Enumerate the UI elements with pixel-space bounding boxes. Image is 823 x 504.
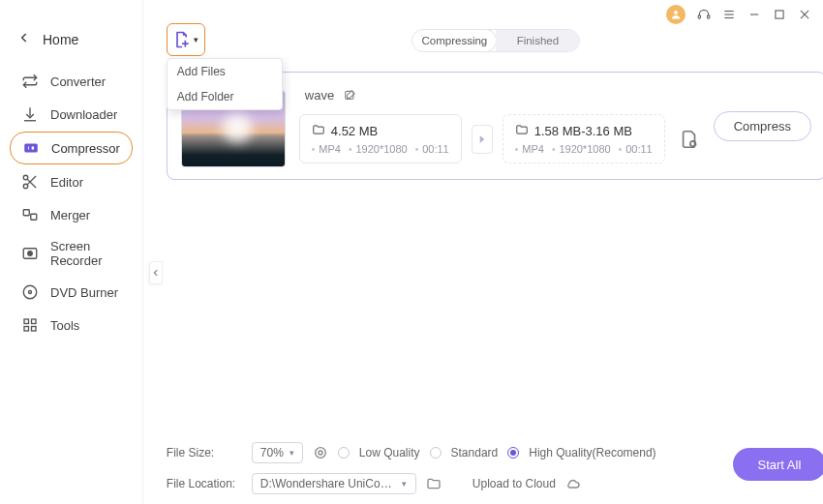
chevron-down-icon: ▾ — [194, 35, 198, 44]
add-file-button[interactable]: ▾ — [167, 23, 205, 56]
status-tabs: Compressing Finished — [412, 29, 580, 52]
sidebar-nav: ConverterDownloaderCompressorEditorMerge… — [0, 66, 142, 341]
sidebar-item-compressor[interactable]: Compressor — [10, 132, 133, 164]
sidebar-item-label: Editor — [50, 175, 83, 190]
svg-rect-23 — [24, 319, 29, 324]
quality-low-label: Low Quality — [359, 446, 420, 460]
quality-standard-label: Standard — [451, 446, 499, 460]
svg-point-22 — [29, 291, 32, 294]
sidebar-item-editor[interactable]: Editor — [10, 166, 133, 197]
output-res: 1920*1080 — [559, 143, 610, 155]
sidebar-item-label: Screen Recorder — [50, 239, 121, 268]
download-icon — [21, 105, 39, 123]
svg-rect-17 — [23, 210, 29, 216]
add-folder-item[interactable]: Add Folder — [168, 84, 282, 109]
sidebar-item-screen-recorder[interactable]: Screen Recorder — [10, 232, 133, 275]
input-size: 4.52 MB — [331, 124, 378, 138]
file-size-label: File Size: — [167, 446, 242, 460]
quality-high-label: High Quality(Recomend) — [529, 446, 655, 460]
target-size-icon[interactable] — [313, 445, 328, 460]
sidebar-item-dvd-burner[interactable]: DVD Burner — [10, 277, 133, 308]
svg-point-30 — [319, 451, 322, 455]
svg-rect-26 — [32, 327, 37, 332]
footer: File Size: 70%▾ Low Quality Standard Hig… — [143, 434, 823, 504]
home-label[interactable]: Home — [43, 32, 78, 47]
menu-icon[interactable] — [722, 8, 736, 21]
sidebar-item-downloader[interactable]: Downloader — [10, 99, 133, 130]
cloud-icon[interactable] — [565, 476, 581, 491]
compressor-icon — [22, 139, 40, 157]
file-location-select[interactable]: D:\Wondershare UniConverter 1▾ — [252, 473, 416, 494]
sidebar-item-label: DVD Burner — [50, 285, 118, 300]
user-avatar[interactable] — [666, 5, 686, 24]
rename-icon[interactable] — [344, 89, 357, 103]
input-info-panel: 4.52 MB •MP4 •1920*1080 •00:11 — [299, 114, 462, 163]
compress-button[interactable]: Compress — [714, 111, 811, 141]
tab-compressing[interactable]: Compressing — [412, 30, 496, 51]
support-icon[interactable] — [697, 8, 711, 21]
svg-rect-24 — [32, 319, 37, 324]
svg-rect-18 — [31, 214, 37, 220]
close-button[interactable] — [798, 8, 811, 21]
add-files-item[interactable]: Add Files — [168, 59, 282, 84]
open-folder-icon[interactable] — [426, 476, 442, 491]
sidebar-item-converter[interactable]: Converter — [10, 66, 133, 97]
grid-icon — [21, 316, 39, 334]
minimize-button[interactable] — [747, 8, 761, 21]
quality-low-radio[interactable] — [338, 447, 350, 459]
svg-rect-2 — [708, 15, 710, 18]
sidebar-item-label: Compressor — [51, 141, 120, 156]
svg-rect-11 — [27, 146, 29, 151]
input-format: MP4 — [319, 143, 341, 155]
sidebar-item-label: Merger — [50, 208, 90, 222]
arrow-right-icon — [472, 125, 493, 154]
converter-icon — [21, 73, 39, 90]
merger-icon — [21, 206, 39, 223]
output-size: 1.58 MB-3.16 MB — [534, 124, 632, 138]
svg-point-28 — [690, 140, 696, 146]
scissors-icon — [21, 173, 39, 191]
svg-point-21 — [23, 285, 37, 299]
sidebar: Home ConverterDownloaderCompressorEditor… — [0, 0, 142, 504]
output-info-panel: 1.58 MB-3.16 MB •MP4 •1920*1080 •00:11 — [503, 114, 665, 163]
quality-high-radio[interactable] — [507, 447, 519, 459]
output-dur: 00:11 — [625, 143, 653, 155]
maximize-button[interactable] — [773, 8, 786, 21]
disc-icon — [21, 283, 39, 301]
quality-standard-radio[interactable] — [430, 447, 442, 459]
input-dur: 00:11 — [422, 143, 449, 155]
svg-rect-7 — [776, 11, 783, 18]
svg-point-13 — [23, 175, 28, 180]
svg-point-20 — [28, 252, 33, 256]
output-settings-icon[interactable] — [679, 129, 700, 150]
output-format: MP4 — [522, 143, 544, 155]
start-all-button[interactable]: Start All — [733, 448, 823, 481]
svg-rect-1 — [698, 15, 700, 18]
folder-icon — [515, 123, 529, 139]
svg-rect-12 — [31, 146, 35, 151]
upload-cloud-label: Upload to Cloud — [472, 477, 556, 490]
sidebar-item-merger[interactable]: Merger — [10, 199, 133, 230]
file-size-select[interactable]: 70%▾ — [252, 442, 303, 463]
sidebar-item-tools[interactable]: Tools — [10, 310, 133, 341]
svg-point-14 — [23, 184, 28, 189]
sidebar-item-label: Tools — [50, 318, 79, 333]
back-icon[interactable] — [17, 31, 35, 48]
file-name: wave — [305, 88, 334, 103]
svg-rect-25 — [24, 327, 29, 332]
svg-point-0 — [674, 11, 678, 15]
tab-finished[interactable]: Finished — [496, 30, 579, 51]
input-res: 1920*1080 — [355, 143, 407, 155]
sidebar-item-label: Downloader — [50, 107, 117, 122]
recorder-icon — [21, 245, 39, 262]
file-location-label: File Location: — [167, 477, 242, 490]
folder-icon — [312, 123, 325, 139]
svg-point-29 — [315, 448, 325, 459]
sidebar-item-label: Converter — [50, 74, 106, 89]
add-file-menu: Add Files Add Folder — [167, 58, 283, 110]
